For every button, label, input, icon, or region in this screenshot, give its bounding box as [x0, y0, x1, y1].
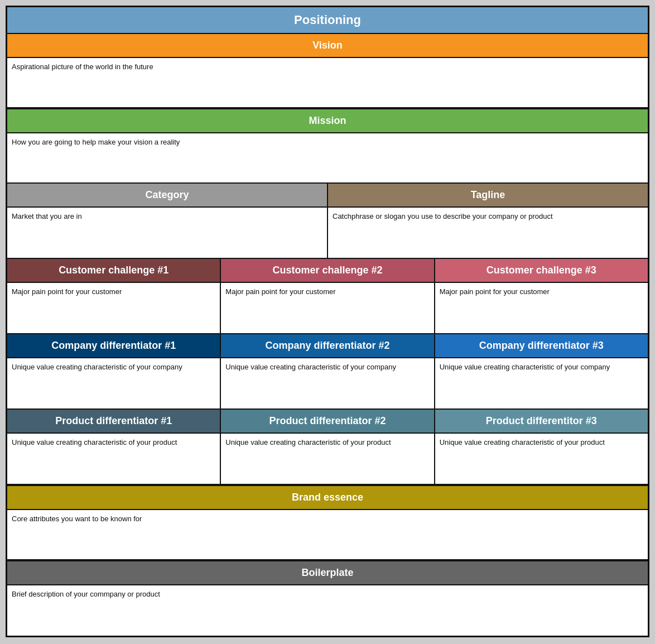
prod-diff-3-label: Product differentitor #3	[435, 410, 648, 434]
prod-diff-2-content[interactable]: Unique value creating characteristic of …	[221, 434, 434, 484]
page-title: Positioning	[13, 13, 642, 27]
challenge-3-col: Customer challenge #3 Major pain point f…	[435, 259, 648, 333]
challenge-3-label: Customer challenge #3	[435, 259, 648, 283]
tagline-label: Tagline	[328, 184, 648, 208]
vision-content[interactable]: Aspirational picture of the world in the…	[7, 58, 648, 108]
comp-diff-1-col: Company differentiator #1 Unique value c…	[7, 334, 221, 408]
comp-diff-3-col: Company differentiator #3 Unique value c…	[435, 334, 648, 408]
challenge-2-label: Customer challenge #2	[221, 259, 434, 283]
mission-label: Mission	[7, 108, 648, 133]
comp-diff-2-col: Company differentiator #2 Unique value c…	[221, 334, 435, 408]
brand-essence-label: Brand essence	[7, 485, 648, 510]
challenge-1-label: Customer challenge #1	[7, 259, 220, 283]
boilerplate-label: Boilerplate	[7, 560, 648, 585]
title-header: Positioning	[7, 7, 648, 33]
prod-diff-1-label: Product differentiator #1	[7, 410, 220, 434]
comp-diff-2-label: Company differentiator #2	[221, 334, 434, 358]
prod-diff-1-content[interactable]: Unique value creating characteristic of …	[7, 434, 220, 484]
category-content[interactable]: Market that you are in	[7, 208, 327, 258]
company-differentiators-row: Company differentiator #1 Unique value c…	[7, 334, 648, 410]
boilerplate-content[interactable]: Brief description of your commpany or pr…	[7, 585, 648, 636]
positioning-canvas: Positioning Vision Aspirational picture …	[6, 6, 649, 637]
tagline-col: Tagline Catchphrase or slogan you use to…	[328, 184, 648, 258]
brand-essence-content[interactable]: Core attributes you want to be known for	[7, 510, 648, 560]
tagline-content[interactable]: Catchphrase or slogan you use to describ…	[328, 208, 648, 258]
category-label: Category	[7, 184, 327, 208]
customer-challenges-row: Customer challenge #1 Major pain point f…	[7, 259, 648, 334]
comp-diff-2-content[interactable]: Unique value creating characteristic of …	[221, 358, 434, 408]
comp-diff-3-label: Company differentiator #3	[435, 334, 648, 358]
comp-diff-1-label: Company differentiator #1	[7, 334, 220, 358]
product-differentiators-row: Product differentiator #1 Unique value c…	[7, 410, 648, 485]
category-tagline-row: Category Market that you are in Tagline …	[7, 184, 648, 259]
prod-diff-2-label: Product differentiator #2	[221, 410, 434, 434]
comp-diff-1-content[interactable]: Unique value creating characteristic of …	[7, 358, 220, 408]
challenge-3-content[interactable]: Major pain point for your customer	[435, 283, 648, 333]
prod-diff-3-col: Product differentitor #3 Unique value cr…	[435, 410, 648, 484]
comp-diff-3-content[interactable]: Unique value creating characteristic of …	[435, 358, 648, 408]
challenge-1-col: Customer challenge #1 Major pain point f…	[7, 259, 221, 333]
prod-diff-2-col: Product differentiator #2 Unique value c…	[221, 410, 435, 484]
challenge-2-content[interactable]: Major pain point for your customer	[221, 283, 434, 333]
mission-content[interactable]: How you are going to help make your visi…	[7, 133, 648, 184]
challenge-2-col: Customer challenge #2 Major pain point f…	[221, 259, 435, 333]
prod-diff-1-col: Product differentiator #1 Unique value c…	[7, 410, 221, 484]
category-col: Category Market that you are in	[7, 184, 328, 258]
vision-label: Vision	[7, 33, 648, 58]
prod-diff-3-content[interactable]: Unique value creating characteristic of …	[435, 434, 648, 484]
challenge-1-content[interactable]: Major pain point for your customer	[7, 283, 220, 333]
